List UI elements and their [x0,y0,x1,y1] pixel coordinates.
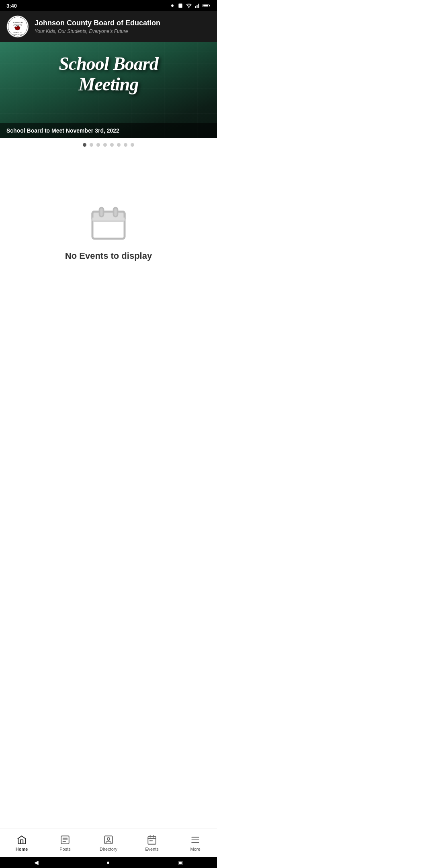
svg-rect-17 [92,218,125,221]
header-title: Johnson County Board of Education [35,19,160,28]
banner-slideshow[interactable]: School Board Meeting School Board to Mee… [0,42,217,138]
no-events-text: No Events to display [65,251,152,261]
notification-icon [170,3,175,8]
svg-rect-4 [197,5,197,8]
banner-caption-text: School Board to Meet November 3rd, 2022 [6,127,119,134]
svg-text:EDUCATION: EDUCATION [13,33,22,35]
svg-rect-8 [203,5,208,6]
banner-caption: School Board to Meet November 3rd, 2022 [0,123,217,138]
status-time: 3:40 [6,3,17,9]
banner-line2: Meeting [0,74,217,95]
status-icons [170,3,211,8]
banner-slide-1: School Board Meeting School Board to Mee… [0,42,217,138]
app-header: JOHNSON COUNTY BOARD OF EDUCATION Johnso… [0,11,217,42]
battery-icon [203,3,211,8]
header-subtitle: Your Kids, Our Students, Everyone's Futu… [35,29,160,34]
svg-point-2 [188,7,189,8]
dot-6[interactable] [117,143,121,147]
svg-rect-3 [195,6,196,8]
calendar-empty-icon [88,203,129,243]
svg-rect-1 [178,4,182,8]
main-content: No Events to display [0,151,217,304]
sim-icon [178,3,183,8]
dot-5[interactable] [110,143,114,147]
dot-7[interactable] [124,143,127,147]
status-bar: 3:40 [0,0,217,11]
svg-rect-5 [198,4,199,8]
svg-rect-18 [100,208,104,217]
svg-rect-19 [114,208,118,217]
app-logo: JOHNSON COUNTY BOARD OF EDUCATION [6,15,29,38]
banner-text-block: School Board Meeting [0,54,217,94]
svg-rect-7 [209,5,210,6]
dot-8[interactable] [131,143,134,147]
dot-4[interactable] [103,143,107,147]
svg-point-0 [171,4,174,7]
dot-1[interactable] [83,143,86,147]
slideshow-dots [0,138,217,151]
wifi-icon [186,3,192,8]
dot-3[interactable] [96,143,100,147]
header-text: Johnson County Board of Education Your K… [35,19,160,34]
banner-line1: School Board [0,54,217,74]
svg-text:JOHNSON: JOHNSON [13,21,23,24]
dot-2[interactable] [90,143,93,147]
signal-icon [194,3,200,8]
